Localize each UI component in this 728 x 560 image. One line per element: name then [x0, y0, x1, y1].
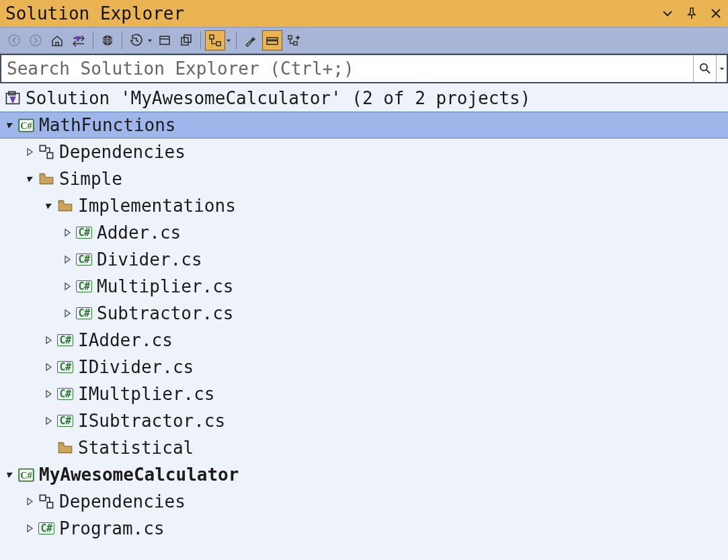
- panel-title: Solution Explorer: [5, 3, 661, 24]
- folder-node-simple[interactable]: Simple: [0, 165, 728, 192]
- file-label: Subtractor.cs: [97, 305, 234, 322]
- expander-none: [43, 442, 55, 454]
- file-node[interactable]: C# Divider.cs: [0, 246, 728, 273]
- folder-icon: [56, 197, 74, 214]
- filter-button[interactable]: [97, 30, 118, 50]
- preview-button[interactable]: [262, 30, 282, 50]
- project-label: MyAwesomeCalculator: [39, 466, 239, 483]
- expander-closed-icon[interactable]: [43, 361, 55, 373]
- forward-button[interactable]: [26, 30, 46, 50]
- dependencies-icon: [38, 143, 55, 161]
- expander-closed-icon[interactable]: [24, 495, 36, 508]
- dependencies-label: Dependencies: [59, 143, 186, 161]
- expander-closed-icon[interactable]: [62, 227, 74, 239]
- expander-closed-icon[interactable]: [43, 388, 55, 400]
- csharp-file-icon: C#: [75, 251, 93, 268]
- file-node[interactable]: C# Adder.cs: [0, 219, 728, 246]
- solution-label: Solution 'MyAwesomeCalculator' (2 of 2 p…: [26, 89, 530, 107]
- expander-open-icon[interactable]: [4, 469, 16, 481]
- show-all-files-dropdown[interactable]: [225, 37, 232, 44]
- expander-closed-icon[interactable]: [62, 280, 74, 292]
- expander-closed-icon[interactable]: [24, 522, 36, 534]
- folder-label: Simple: [59, 170, 122, 188]
- csharp-project-icon: [17, 116, 35, 134]
- folder-icon: [38, 170, 55, 188]
- home-button[interactable]: [47, 30, 67, 50]
- folder-node-statistical[interactable]: Statistical: [0, 434, 728, 461]
- toolbar: [0, 27, 728, 54]
- solution-node[interactable]: Solution 'MyAwesomeCalculator' (2 of 2 p…: [0, 85, 728, 112]
- dependencies-node[interactable]: Dependencies: [0, 138, 728, 165]
- csharp-file-icon: C#: [56, 412, 74, 430]
- file-node[interactable]: C# Program.cs: [0, 515, 728, 542]
- properties-button[interactable]: [241, 30, 261, 50]
- dependencies-node[interactable]: Dependencies: [0, 488, 728, 515]
- pin-button[interactable]: [685, 7, 698, 20]
- project-node-myawesomecalculator[interactable]: MyAwesomeCalculator: [0, 461, 728, 488]
- expander-open-icon[interactable]: [24, 173, 36, 185]
- csharp-project-icon: [17, 466, 35, 483]
- folder-label: Implementations: [78, 197, 236, 214]
- folder-icon: [56, 439, 74, 456]
- file-node[interactable]: C# IDivider.cs: [0, 354, 728, 381]
- dependencies-label: Dependencies: [59, 493, 186, 510]
- sync-active-button[interactable]: [155, 30, 175, 50]
- file-node[interactable]: C# IMultplier.cs: [0, 381, 728, 407]
- expander-closed-icon[interactable]: [43, 415, 55, 427]
- file-label: IDivider.cs: [78, 358, 194, 376]
- toolbar-separator: [236, 32, 237, 49]
- file-label: IAdder.cs: [78, 331, 173, 349]
- close-button[interactable]: [709, 7, 723, 20]
- project-label: MathFunctions: [39, 116, 176, 134]
- file-node[interactable]: C# ISubtractor.cs: [0, 407, 728, 434]
- project-node-mathfunctions[interactable]: MathFunctions: [0, 112, 728, 138]
- toolbar-separator: [122, 32, 122, 49]
- search-button[interactable]: [693, 55, 716, 82]
- search-options-dropdown[interactable]: [716, 55, 727, 82]
- file-node[interactable]: C# Subtractor.cs: [0, 300, 728, 327]
- expander-closed-icon[interactable]: [43, 334, 55, 346]
- file-label: Adder.cs: [97, 224, 181, 241]
- folder-node-implementations[interactable]: Implementations: [0, 192, 728, 219]
- file-label: IMultplier.cs: [78, 385, 215, 403]
- toolbar-separator: [93, 32, 93, 49]
- file-label: Program.cs: [59, 520, 165, 537]
- expander-closed-icon[interactable]: [24, 146, 36, 158]
- expander-closed-icon[interactable]: [62, 307, 74, 319]
- folder-label: Statistical: [78, 439, 194, 456]
- expander-open-icon[interactable]: [4, 119, 16, 131]
- pending-changes-button[interactable]: [126, 30, 147, 50]
- back-button[interactable]: [4, 30, 24, 50]
- solution-tree: Solution 'MyAwesomeCalculator' (2 of 2 p…: [0, 83, 728, 542]
- file-node[interactable]: C# Multiplier.cs: [0, 273, 728, 300]
- file-label: Multiplier.cs: [97, 278, 234, 295]
- file-label: Divider.cs: [97, 251, 202, 268]
- add-new-button[interactable]: [284, 30, 304, 50]
- csharp-file-icon: C#: [56, 331, 74, 349]
- title-bar: Solution Explorer: [0, 0, 728, 27]
- csharp-file-icon: C#: [56, 358, 74, 376]
- show-all-files-button[interactable]: [205, 30, 225, 50]
- expander-closed-icon[interactable]: [62, 253, 74, 266]
- expander-open-icon[interactable]: [43, 200, 55, 212]
- toolbar-separator: [200, 32, 201, 49]
- window-menu-button[interactable]: [661, 7, 674, 20]
- csharp-file-icon: C#: [56, 385, 74, 403]
- file-node[interactable]: C# IAdder.cs: [0, 327, 728, 354]
- search-bar: [0, 54, 728, 83]
- file-label: ISubtractor.cs: [78, 412, 225, 430]
- switch-views-button[interactable]: [69, 30, 89, 50]
- collapse-all-button[interactable]: [176, 30, 196, 50]
- csharp-file-icon: C#: [75, 224, 93, 241]
- csharp-file-icon: C#: [75, 305, 93, 322]
- csharp-file-icon: C#: [75, 278, 93, 295]
- search-input[interactable]: [1, 58, 693, 79]
- dependencies-icon: [38, 493, 55, 510]
- pending-changes-dropdown[interactable]: [147, 37, 153, 44]
- csharp-file-icon: C#: [38, 520, 55, 537]
- solution-icon: [4, 89, 22, 107]
